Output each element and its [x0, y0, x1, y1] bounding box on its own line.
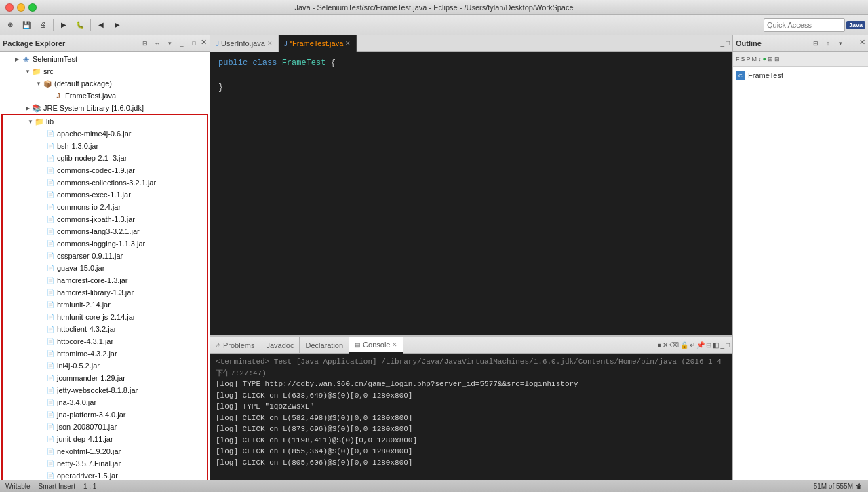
- tree-item-jar[interactable]: 📄 htmlunit-core-js-2.14.jar: [3, 311, 207, 323]
- tree-item-jar[interactable]: 📄 httpclient-4.3.2.jar: [3, 323, 207, 335]
- outline-close-btn[interactable]: ✕: [859, 38, 865, 49]
- tab-problems[interactable]: ⚠ Problems: [210, 337, 260, 354]
- tree-item-jar[interactable]: 📄 operadriver-1.5.jar: [3, 470, 207, 480]
- console-terminated-line: <terminated> Test [Java Application] /Li…: [216, 356, 727, 379]
- tree-arrow-pkg: ▼: [35, 81, 42, 87]
- link-with-editor-icon[interactable]: ↔: [152, 38, 163, 49]
- tree-item-jar[interactable]: 📄 json-20080701.jar: [3, 421, 207, 433]
- tree-item-jar[interactable]: 📄 hamcrest-core-1.3.jar: [3, 274, 207, 286]
- tree-item-jar[interactable]: 📄 htmlunit-2.14.jar: [3, 299, 207, 311]
- toolbar-btn-new[interactable]: ⊕: [3, 18, 18, 33]
- hide-nonpublic-icon[interactable]: P: [747, 56, 751, 62]
- tab-userinfo[interactable]: J UserInfo.java ✕: [210, 35, 279, 52]
- status-smart-insert: Smart Insert: [39, 482, 75, 490]
- outline-menu-icon[interactable]: ☰: [847, 38, 858, 49]
- hide-fields-icon[interactable]: F: [736, 56, 740, 62]
- minimize-editor-icon[interactable]: _: [720, 39, 724, 47]
- tree-item-jar[interactable]: 📄 netty-3.5.7.Final.jar: [3, 457, 207, 470]
- pin-console-icon[interactable]: 📌: [696, 341, 705, 349]
- tree-item-jar[interactable]: 📄 junit-dep-4.11.jar: [3, 433, 207, 445]
- maximize-editor-icon[interactable]: □: [726, 39, 730, 47]
- remove-launch-icon[interactable]: ✕: [663, 341, 668, 349]
- tree-item-jar[interactable]: 📄 httpmime-4.3.2.jar: [3, 347, 207, 360]
- outline-item-frametest[interactable]: C FrameTest: [736, 69, 865, 81]
- view-menu-icon[interactable]: ▾: [164, 38, 175, 49]
- tree-item-jar[interactable]: 📄 nekohtml-1.9.20.jar: [3, 445, 207, 457]
- tab-frametest[interactable]: J *FrameTest.java ✕: [279, 35, 357, 52]
- close-button[interactable]: [5, 3, 14, 12]
- jar-icon: 📄: [45, 189, 56, 200]
- maximize-panel-icon[interactable]: □: [189, 38, 199, 49]
- tree-item-jar[interactable]: 📄 commons-collections-3.2.1.jar: [3, 176, 207, 189]
- tree-item-jar[interactable]: 📄 jna-3.4.0.jar: [3, 396, 207, 409]
- eclipse-perspective[interactable]: Java: [846, 21, 865, 29]
- display-selected-icon[interactable]: ◧: [713, 341, 719, 349]
- tree-item-jar[interactable]: 📄 commons-lang3-3.2.1.jar: [3, 225, 207, 238]
- tree-item-jar[interactable]: 📄 commons-codec-1.9.jar: [3, 164, 207, 176]
- toolbar-btn-print[interactable]: 🖨: [35, 18, 50, 33]
- hide-methods-icon[interactable]: M: [752, 56, 757, 62]
- jar-icon: 📄: [45, 128, 56, 139]
- tree-item-jar[interactable]: 📄 commons-logging-1.1.3.jar: [3, 238, 207, 250]
- tree-item-jar[interactable]: 📄 jcommander-1.29.jar: [3, 372, 207, 384]
- tree-item-jar[interactable]: 📄 httpcore-4.3.1.jar: [3, 335, 207, 347]
- outline-sort-icon[interactable]: ↕: [823, 38, 833, 49]
- jar-icon: 📄: [45, 434, 56, 444]
- tree-item-jar[interactable]: 📄 apache-mime4j-0.6.jar: [3, 128, 207, 140]
- word-wrap-icon[interactable]: ↵: [690, 341, 695, 349]
- console-tab-close[interactable]: ✕: [392, 341, 397, 348]
- minimize-console-icon[interactable]: _: [720, 341, 724, 349]
- heap-indicator[interactable]: 51M of 555M 🗑: [814, 482, 863, 490]
- tree-item-jar[interactable]: 📄 commons-jxpath-1.3.jar: [3, 213, 207, 225]
- tree-item-jar[interactable]: 📄 commons-exec-1.1.jar: [3, 189, 207, 201]
- tree-item-jar[interactable]: 📄 cglib-nodep-2.1_3.jar: [3, 152, 207, 164]
- tree-item-jar[interactable]: 📄 hamcrest-library-1.3.jar: [3, 286, 207, 299]
- gc-icon[interactable]: 🗑: [856, 482, 863, 490]
- tree-item-jar[interactable]: 📄 commons-io-2.4.jar: [3, 201, 207, 213]
- tab-frametest-close[interactable]: ✕: [345, 40, 351, 47]
- quick-access-input[interactable]: [764, 18, 845, 32]
- tree-item-jar[interactable]: 📄 cssparser-0.9.11.jar: [3, 250, 207, 262]
- toolbar-btn-save[interactable]: 💾: [19, 18, 34, 33]
- code-editor[interactable]: public class FrameTest { }: [210, 52, 732, 335]
- minimize-button[interactable]: [17, 3, 25, 12]
- sort-alpha-icon[interactable]: ↕: [758, 56, 762, 62]
- tree-item-jar[interactable]: 📄 ini4j-0.5.2.jar: [3, 360, 207, 372]
- toolbar-btn-back[interactable]: ◀: [94, 18, 108, 33]
- tree-item-jar[interactable]: 📄 bsh-1.3.0.jar: [3, 140, 207, 152]
- clear-console-icon[interactable]: ⌫: [669, 341, 679, 349]
- scroll-lock-icon[interactable]: 🔒: [680, 341, 688, 349]
- tab-userinfo-close[interactable]: ✕: [267, 40, 273, 47]
- expand-all-icon[interactable]: ⊞: [768, 56, 773, 62]
- package-tree[interactable]: ▶ ◈ SeleniumTest ▼ 📁 src ▼ 📦 (default pa…: [0, 52, 210, 480]
- toolbar-btn-fwd[interactable]: ▶: [110, 18, 125, 33]
- tab-console[interactable]: ▤ Console ✕: [349, 337, 403, 354]
- stop-console-icon[interactable]: ■: [657, 341, 661, 349]
- window-title: Java - SeleniumTest/src/FrameTest.java -…: [294, 3, 573, 12]
- collapse-all-icon[interactable]: ⊟: [140, 38, 151, 49]
- toolbar-btn-debug[interactable]: 🐛: [73, 18, 87, 33]
- maximize-console-icon[interactable]: □: [726, 341, 730, 349]
- tab-javadoc[interactable]: Javadoc: [260, 337, 300, 354]
- tree-item-project[interactable]: ▶ ◈ SeleniumTest: [0, 53, 210, 65]
- close-panel-button[interactable]: ✕: [201, 38, 207, 49]
- collapse-all-outline-icon[interactable]: ⊟: [774, 56, 780, 62]
- tree-item-jar[interactable]: 📄 jetty-websocket-8.1.8.jar: [3, 384, 207, 396]
- toolbar-btn-run[interactable]: ▶: [56, 18, 71, 33]
- tree-item-jar[interactable]: 📄 jna-platform-3.4.0.jar: [3, 409, 207, 421]
- keyword-public: public: [218, 58, 248, 68]
- hide-static-fields-icon[interactable]: S: [741, 56, 745, 62]
- tree-item-lib[interactable]: ▼ 📁 lib: [3, 115, 207, 128]
- tree-item-jar[interactable]: 📄 guava-15.0.jar: [3, 262, 207, 274]
- jar-icon: 📄: [45, 226, 56, 237]
- tree-item-frametest[interactable]: J FrameTest.java: [0, 90, 210, 102]
- maximize-button[interactable]: [28, 3, 37, 12]
- open-console-icon[interactable]: ⊟: [706, 341, 711, 349]
- tree-item-jre[interactable]: ▶ 📚 JRE System Library [1.6.0.jdk]: [0, 102, 210, 114]
- tab-declaration[interactable]: Declaration: [300, 337, 349, 354]
- tree-item-default-pkg[interactable]: ▼ 📦 (default package): [0, 77, 210, 90]
- tree-item-src[interactable]: ▼ 📁 src: [0, 65, 210, 77]
- outline-collapse-icon[interactable]: ⊟: [810, 38, 821, 49]
- outline-hide-fields-icon[interactable]: ▾: [835, 38, 846, 49]
- minimize-panel-icon[interactable]: _: [176, 38, 187, 49]
